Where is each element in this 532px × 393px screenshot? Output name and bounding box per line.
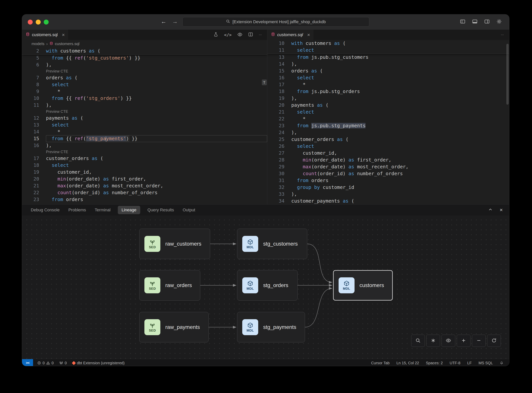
- notifications-button[interactable]: [500, 361, 503, 365]
- code-line[interactable]: 6),: [22, 61, 267, 68]
- cursor-tab-status[interactable]: Cursor Tab: [371, 361, 389, 365]
- forward-button[interactable]: →: [172, 18, 178, 25]
- eol-status[interactable]: LF: [467, 361, 472, 365]
- command-center-search[interactable]: [Extension Development Host] jaffle_shop…: [182, 17, 369, 27]
- code-line[interactable]: 18 select: [22, 162, 267, 169]
- breadcrumb[interactable]: models › customers.sql: [22, 40, 267, 48]
- lineage-node-raw_orders[interactable]: SEDraw_orders: [139, 270, 200, 300]
- code-line[interactable]: 22 count(order_id) as number_of_orders: [22, 189, 267, 196]
- lineage-refresh-button[interactable]: [487, 335, 501, 347]
- code-line[interactable]: 28 min(order_date) as first_order,: [267, 157, 509, 163]
- panel-tab-terminal[interactable]: Terminal: [95, 207, 110, 212]
- preview-query-button[interactable]: [237, 32, 242, 38]
- encoding-status[interactable]: UTF-8: [450, 361, 460, 365]
- code-line[interactable]: 7orders as (: [22, 74, 267, 81]
- code-editor-source[interactable]: 2with customers as ( 5 from {{ ref('stg_…: [22, 48, 267, 204]
- toggle-sidebar-button[interactable]: [460, 19, 465, 24]
- code-line[interactable]: 13 select: [22, 122, 267, 128]
- minimize-window-button[interactable]: [36, 20, 41, 25]
- code-line[interactable]: 24),: [267, 129, 509, 136]
- code-line[interactable]: 17customer_orders as (: [22, 155, 267, 162]
- code-line[interactable]: 27 customer_id,: [267, 150, 509, 157]
- code-line[interactable]: 22 *: [267, 115, 509, 122]
- dbt-extension-status[interactable]: dbt Extension (unregistered): [72, 361, 125, 365]
- code-line[interactable]: 13 from js.pub.stg_customers: [267, 54, 509, 61]
- code-line[interactable]: 23 from orders: [22, 196, 267, 203]
- zoom-window-button[interactable]: [44, 20, 49, 25]
- lineage-visibility-button[interactable]: [441, 335, 455, 347]
- panel-tab-problems[interactable]: Problems: [68, 207, 86, 212]
- panel-tab-query-results[interactable]: Query Results: [148, 207, 174, 212]
- editor-scroll-decoration[interactable]: T: [262, 79, 267, 85]
- code-line[interactable]: 2with customers as (: [22, 48, 267, 54]
- lineage-node-stg_orders[interactable]: MDLstg_orders: [237, 270, 297, 300]
- lineage-node-raw_customers[interactable]: SEDraw_customers: [139, 229, 210, 259]
- back-button[interactable]: ←: [161, 18, 166, 25]
- code-line[interactable]: 19),: [267, 95, 509, 102]
- compile-sql-button[interactable]: </>: [224, 33, 232, 37]
- editor-more-actions-button[interactable]: ···: [259, 33, 262, 37]
- lineage-node-stg_payments[interactable]: MDLstg_payments: [237, 312, 305, 342]
- panel-tab-lineage[interactable]: Lineage: [118, 206, 140, 214]
- close-tab-icon[interactable]: ×: [62, 32, 65, 37]
- close-window-button[interactable]: [28, 20, 33, 25]
- close-panel-button[interactable]: ×: [500, 207, 503, 213]
- lineage-focus-button[interactable]: [426, 335, 440, 347]
- code-line[interactable]: 5 from {{ ref('stg_customers') }}: [22, 54, 267, 61]
- code-line[interactable]: 11 select: [267, 47, 509, 54]
- code-line[interactable]: 19 customer_id,: [22, 169, 267, 176]
- code-line[interactable]: 33),: [267, 191, 509, 198]
- code-line[interactable]: 16 select: [267, 74, 509, 81]
- code-line[interactable]: 14 *: [22, 128, 267, 135]
- lineage-zoom-out-button[interactable]: [472, 335, 486, 347]
- panel-tab-debug-console[interactable]: Debug Console: [31, 207, 60, 212]
- code-line[interactable]: 34customer_payments as (: [267, 198, 509, 204]
- indentation-status[interactable]: Spaces: 2: [426, 361, 443, 365]
- toggle-panel-button[interactable]: [472, 19, 478, 24]
- lineage-node-customers[interactable]: MDLcustomers: [333, 270, 393, 300]
- code-line[interactable]: 23 from js.pub.stg_payments: [267, 122, 509, 129]
- lineage-canvas[interactable]: SEDraw_customersMDLstg_customersSEDraw_o…: [22, 216, 509, 359]
- settings-button[interactable]: [496, 19, 502, 24]
- code-line[interactable]: 14),: [267, 61, 509, 68]
- maximize-panel-button[interactable]: [488, 207, 493, 213]
- code-line[interactable]: 21 select: [267, 109, 509, 115]
- split-editor-button[interactable]: [248, 32, 253, 38]
- code-line[interactable]: 10with customers as (: [267, 40, 509, 47]
- code-line[interactable]: 18 from js.pub.stg_orders: [267, 88, 509, 95]
- code-line[interactable]: 15orders as (: [267, 68, 509, 74]
- code-line[interactable]: 20 min(order_date) as first_order,: [22, 176, 267, 182]
- code-line[interactable]: 9 *: [22, 88, 267, 95]
- lineage-zoom-in-button[interactable]: [457, 335, 470, 347]
- lineage-search-button[interactable]: [411, 335, 425, 347]
- code-line[interactable]: 20payments as (: [267, 102, 509, 109]
- panel-tab-output[interactable]: Output: [182, 207, 195, 212]
- remote-indicator[interactable]: ><: [22, 359, 33, 366]
- code-editor-compiled[interactable]: 10with customers as (11 select 13 from j…: [267, 40, 509, 204]
- code-line[interactable]: 31 from orders: [267, 177, 509, 184]
- editor-more-actions-button[interactable]: ···: [501, 33, 504, 37]
- code-line[interactable]: 12payments as (: [22, 115, 267, 122]
- tab-customers-sql[interactable]: customers.sql ×: [22, 30, 68, 40]
- breadcrumb-models[interactable]: models: [32, 41, 44, 46]
- code-line[interactable]: 15 from {{ ref('stg_payments') }}: [22, 135, 267, 142]
- language-mode-status[interactable]: MS SQL: [479, 361, 493, 365]
- code-line[interactable]: 10 from {{ ref('stg_orders') }}: [22, 95, 267, 102]
- tab-customers-sql-preview[interactable]: customers.sql ×: [267, 30, 313, 40]
- codelens-preview-cte[interactable]: Preview CTE: [22, 149, 267, 155]
- code-line[interactable]: 17 *: [267, 81, 509, 88]
- cursor-position-status[interactable]: Ln 15, Col 22: [396, 361, 419, 365]
- code-line[interactable]: 29 max(order_date) as most_recent_order,: [267, 163, 509, 170]
- toggle-secondary-sidebar-button[interactable]: [484, 19, 490, 24]
- run-tests-button[interactable]: [213, 32, 218, 38]
- codelens-preview-cte[interactable]: Preview CTE: [22, 68, 267, 74]
- codelens-preview-cte[interactable]: Preview CTE: [22, 109, 267, 115]
- code-line[interactable]: 16),: [22, 142, 267, 149]
- ports-status[interactable]: 0: [59, 361, 67, 365]
- code-line[interactable]: 26 select: [267, 143, 509, 150]
- code-line[interactable]: 25customer_orders as (: [267, 136, 509, 143]
- scrollbar-thumb[interactable]: [506, 44, 509, 105]
- lineage-node-stg_customers[interactable]: MDLstg_customers: [237, 229, 307, 259]
- breadcrumb-file[interactable]: customers.sql: [55, 41, 80, 46]
- code-line[interactable]: 30 count(order_id) as number_of_orders: [267, 170, 509, 177]
